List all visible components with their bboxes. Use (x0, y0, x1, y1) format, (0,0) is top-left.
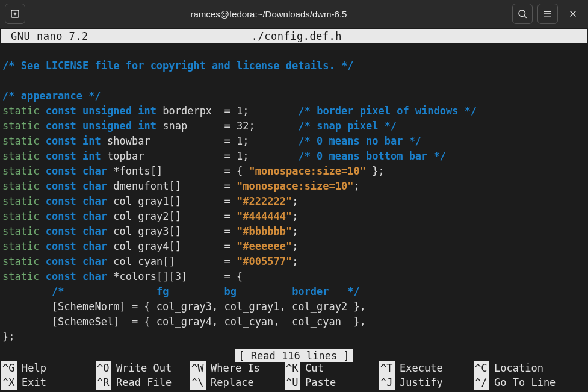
shortcut-label: Help (17, 361, 46, 375)
shortcut-label: Location (489, 361, 543, 375)
shortcut-key: ^C (474, 361, 489, 375)
shortcut-where-is[interactable]: ^WWhere Is (190, 361, 285, 375)
titlebar: ramces@fedora:~/Downloads/dwm-6.5 (0, 0, 588, 28)
shortcut-key: ^X (1, 375, 17, 390)
shortcut-key: ^\ (190, 375, 206, 390)
shortcut-read-file[interactable]: ^RRead File (96, 375, 190, 390)
window-title: ramces@fedora:~/Downloads/dwm-6.5 (30, 9, 507, 19)
shortcut-replace[interactable]: ^\Replace (190, 375, 285, 390)
shortcut-write-out[interactable]: ^OWrite Out (96, 361, 190, 375)
code-content[interactable]: /* See LICENSE file for copyright and li… (1, 43, 587, 359)
shortcut-label: Justify (395, 375, 443, 390)
shortcut-label: Paste (300, 375, 336, 390)
shortcut-key: ^U (285, 375, 300, 390)
shortcut-label: Go To Line (489, 375, 556, 390)
shortcut-help[interactable]: ^GHelp (1, 361, 96, 375)
shortcut-label: Read File (111, 375, 172, 390)
svg-line-4 (524, 16, 527, 18)
shortcut-key: ^J (379, 375, 395, 390)
shortcut-label: Cut (300, 361, 324, 375)
shortcut-key: ^O (96, 361, 111, 375)
shortcut-key: ^W (190, 361, 206, 375)
new-tab-button[interactable] (5, 4, 25, 24)
shortcut-label: Exit (17, 375, 46, 390)
shortcut-label: Replace (206, 375, 254, 390)
editor-area[interactable]: GNU nano 7.2 ./config.def.h /* See LICEN… (0, 28, 588, 361)
shortcut-key: ^R (96, 375, 111, 390)
nano-header: GNU nano 7.2 ./config.def.h (1, 29, 587, 43)
close-button[interactable] (563, 4, 583, 24)
shortcut-go-to-line[interactable]: ^/Go To Line (474, 375, 568, 390)
search-button[interactable] (512, 4, 533, 24)
shortcuts-row-1: ^GHelp^OWrite Out^WWhere Is^KCut^TExecut… (1, 361, 587, 375)
shortcut-label: Write Out (111, 361, 172, 375)
nano-version: GNU nano 7.2 (11, 30, 88, 42)
shortcuts-bar: ^GHelp^OWrite Out^WWhere Is^KCut^TExecut… (0, 359, 588, 392)
shortcut-execute[interactable]: ^TExecute (379, 361, 474, 375)
shortcut-key: ^/ (474, 375, 489, 390)
shortcut-cut[interactable]: ^KCut (285, 361, 379, 375)
shortcut-exit[interactable]: ^XExit (1, 375, 96, 390)
shortcut-label: Where Is (206, 361, 260, 375)
shortcut-justify[interactable]: ^JJustify (379, 375, 474, 390)
svg-point-3 (519, 10, 525, 17)
nano-filename: ./config.def.h (88, 30, 505, 42)
shortcut-location[interactable]: ^CLocation (474, 361, 568, 375)
shortcuts-row-2: ^XExit^RRead File^\Replace^UPaste^JJusti… (1, 375, 587, 390)
shortcut-label: Execute (395, 361, 443, 375)
shortcut-key: ^T (379, 361, 395, 375)
menu-button[interactable] (537, 4, 558, 24)
shortcut-paste[interactable]: ^UPaste (285, 375, 379, 390)
shortcut-key: ^K (285, 361, 300, 375)
shortcut-key: ^G (1, 361, 17, 375)
